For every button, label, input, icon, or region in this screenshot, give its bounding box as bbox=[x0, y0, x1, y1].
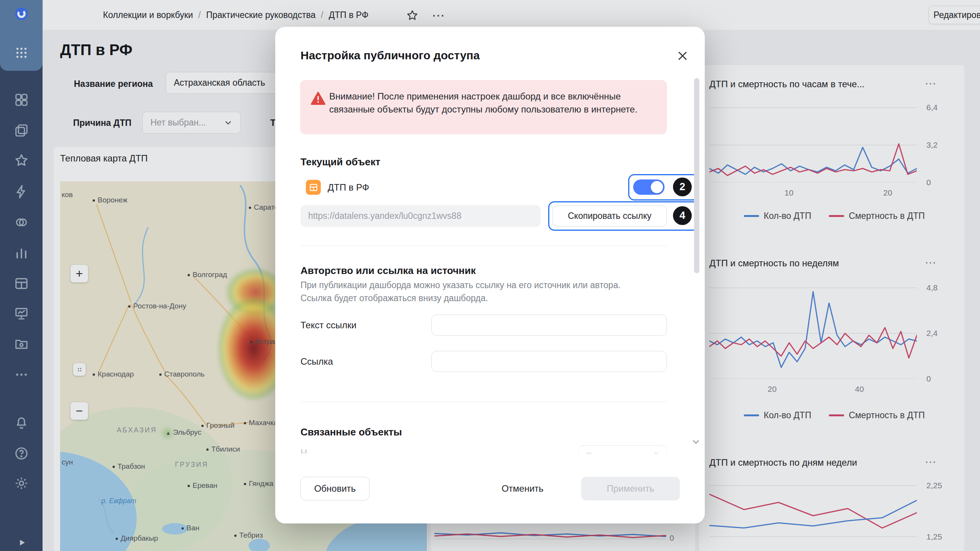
public-access-toggle[interactable] bbox=[633, 179, 665, 195]
section-divider bbox=[301, 246, 667, 246]
public-access-dialog: Настройка публичного доступа Внимание! П… bbox=[275, 27, 705, 523]
step-badge-4: 4 bbox=[673, 206, 692, 225]
warning-text: Внимание! После применения настроек дашб… bbox=[329, 91, 637, 114]
dialog-title: Настройка публичного доступа bbox=[301, 49, 480, 62]
section-divider bbox=[301, 402, 667, 402]
authorship-description: При публикации дашборда можно указать сс… bbox=[301, 279, 651, 305]
apply-button-disabled[interactable]: Применить bbox=[581, 477, 680, 500]
warning-icon bbox=[310, 91, 326, 109]
dialog-footer: Обновить Отменить Применить bbox=[275, 455, 705, 523]
object-name: ДТП в РФ bbox=[328, 182, 369, 193]
link-text-input[interactable] bbox=[431, 315, 667, 336]
dashboard-object-icon bbox=[306, 180, 321, 195]
link-url-input[interactable] bbox=[431, 351, 667, 372]
step-badge-2: 2 bbox=[673, 178, 692, 196]
modal-scrollbar-thumb[interactable] bbox=[694, 78, 699, 273]
link-text-label: Текст ссылки bbox=[301, 320, 356, 331]
current-object-heading: Текущий объект bbox=[301, 156, 380, 168]
copy-link-button[interactable]: Скопировать ссылку bbox=[552, 205, 667, 227]
refresh-button[interactable]: Обновить bbox=[301, 477, 369, 500]
public-link-input[interactable] bbox=[301, 205, 541, 227]
warning-alert: Внимание! После применения настроек дашб… bbox=[300, 80, 667, 134]
link-url-label: Ссылка bbox=[301, 356, 333, 367]
cancel-button[interactable]: Отменить bbox=[490, 477, 555, 500]
screen: Коллекции и воркбуки / Практические руко… bbox=[0, 0, 980, 551]
authorship-heading: Авторство или ссылка на источник bbox=[301, 265, 476, 277]
toggle-knob bbox=[651, 181, 663, 193]
related-objects-heading: Связанные объекты bbox=[301, 426, 402, 438]
close-icon[interactable] bbox=[673, 47, 692, 65]
scroll-down-chevron-icon[interactable] bbox=[691, 437, 701, 448]
